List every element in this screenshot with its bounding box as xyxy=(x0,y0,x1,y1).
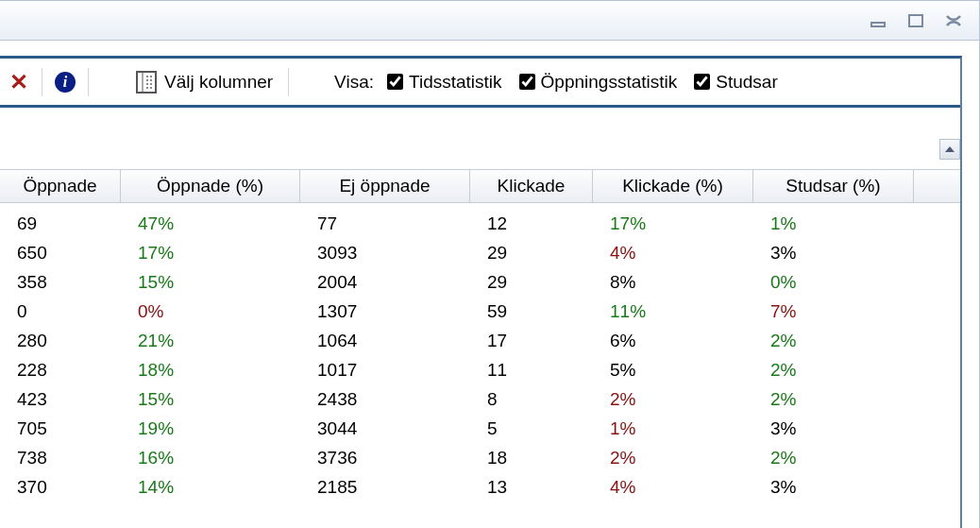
cell-oppnade-pct: 18% xyxy=(121,360,300,381)
cell-ej-oppnade: 77 xyxy=(300,213,470,234)
scroll-up-button[interactable] xyxy=(939,139,960,160)
toolbar: ✕ i Välj kolumner Visa: Tidsstatistik xyxy=(0,59,960,108)
separator xyxy=(88,68,89,96)
svg-rect-1 xyxy=(909,15,922,26)
cell-klickade-pct: 2% xyxy=(593,389,753,410)
svg-rect-0 xyxy=(871,23,885,26)
columns-icon xyxy=(136,71,157,94)
maximize-button[interactable] xyxy=(904,10,930,31)
column-header-ej-oppnade[interactable]: Ej öppnade xyxy=(300,170,470,202)
cell-klickade-pct: 5% xyxy=(593,360,753,381)
content-frame: ✕ i Välj kolumner Visa: Tidsstatistik xyxy=(0,56,962,528)
cell-studsar-pct: 3% xyxy=(753,418,914,439)
table-row[interactable]: 35815%2004298%0% xyxy=(0,267,960,297)
cell-studsar-pct: 2% xyxy=(753,448,914,468)
maximize-icon xyxy=(907,13,926,28)
table-body: 6947%771217%1%65017%3093294%3%35815%2004… xyxy=(0,203,960,502)
info-button[interactable]: i xyxy=(52,69,78,95)
cell-klickade: 29 xyxy=(470,243,593,264)
table-row[interactable]: 42315%243882%2% xyxy=(0,384,960,414)
cell-klickade-pct: 11% xyxy=(593,301,753,322)
cell-oppnade: 738 xyxy=(0,448,121,468)
cell-klickade-pct: 8% xyxy=(593,272,753,293)
column-header-oppnade[interactable]: Öppnade xyxy=(0,170,121,202)
cell-ej-oppnade: 3044 xyxy=(300,418,470,439)
cell-klickade-pct: 4% xyxy=(593,243,753,264)
checkbox-input[interactable] xyxy=(387,74,403,90)
table-row[interactable]: 28021%1064176%2% xyxy=(0,326,960,355)
cell-oppnade: 705 xyxy=(0,418,121,439)
cell-klickade: 59 xyxy=(470,301,593,322)
table-row[interactable]: 6947%771217%1% xyxy=(0,209,960,238)
table-row[interactable]: 22818%1017115%2% xyxy=(0,355,960,384)
cell-klickade: 11 xyxy=(470,360,593,381)
table: Öppnade Öppnade (%) Ej öppnade Klickade … xyxy=(0,139,960,528)
minimize-button[interactable] xyxy=(866,10,892,31)
cell-studsar-pct: 3% xyxy=(753,243,914,264)
column-header-klickade-pct[interactable]: Klickade (%) xyxy=(593,170,753,202)
cell-oppnade: 370 xyxy=(0,477,121,498)
cell-klickade: 18 xyxy=(470,448,593,468)
cell-klickade: 5 xyxy=(470,418,593,439)
column-header-studsar-pct[interactable]: Studsar (%) xyxy=(753,170,914,202)
cell-oppnade: 228 xyxy=(0,360,121,381)
visa-label: Visa: xyxy=(334,72,374,93)
cell-oppnade-pct: 15% xyxy=(121,389,300,410)
cell-oppnade-pct: 47% xyxy=(121,213,300,234)
cell-oppnade: 650 xyxy=(0,243,121,264)
cell-klickade-pct: 2% xyxy=(593,448,753,468)
cell-ej-oppnade: 1017 xyxy=(300,360,470,381)
cell-oppnade: 280 xyxy=(0,331,121,351)
cell-studsar-pct: 2% xyxy=(753,389,914,410)
cell-oppnade-pct: 14% xyxy=(121,477,300,498)
column-header-oppnade-pct[interactable]: Öppnade (%) xyxy=(121,170,300,202)
minimize-icon xyxy=(870,14,888,27)
cell-klickade-pct: 6% xyxy=(593,331,753,351)
checkbox-oppningsstatistik[interactable]: Öppningsstatistik xyxy=(515,72,682,93)
cell-oppnade: 358 xyxy=(0,272,121,293)
cell-studsar-pct: 7% xyxy=(753,301,914,322)
cell-oppnade-pct: 19% xyxy=(121,418,300,439)
cell-klickade: 17 xyxy=(470,331,593,351)
separator xyxy=(42,68,42,96)
cell-ej-oppnade: 3093 xyxy=(300,243,470,264)
checkbox-label: Studsar xyxy=(716,72,777,93)
checkbox-studsar[interactable]: Studsar xyxy=(690,72,781,93)
cell-ej-oppnade: 2438 xyxy=(300,389,470,410)
cell-oppnade-pct: 17% xyxy=(121,243,300,264)
cell-ej-oppnade: 3736 xyxy=(300,448,470,468)
cell-ej-oppnade: 1064 xyxy=(300,331,470,351)
cell-klickade: 8 xyxy=(470,389,593,410)
x-icon: ✕ xyxy=(9,69,28,95)
table-row[interactable]: 73816%3736182%2% xyxy=(0,443,960,472)
checkbox-tidsstatistik[interactable]: Tidsstatistik xyxy=(383,72,506,93)
cell-studsar-pct: 0% xyxy=(753,272,914,293)
table-row[interactable]: 65017%3093294%3% xyxy=(0,238,960,267)
table-row[interactable]: 37014%2185134%3% xyxy=(0,472,960,502)
cell-klickade-pct: 4% xyxy=(593,477,753,498)
table-row[interactable]: 00%13075911%7% xyxy=(0,297,960,326)
delete-button[interactable]: ✕ xyxy=(6,69,32,95)
cell-oppnade: 69 xyxy=(0,213,121,234)
title-bar xyxy=(0,1,979,41)
cell-studsar-pct: 2% xyxy=(753,331,914,351)
cell-oppnade-pct: 15% xyxy=(121,272,300,293)
choose-columns-button[interactable]: Välj kolumner xyxy=(130,71,279,94)
checkbox-input[interactable] xyxy=(694,74,710,90)
close-button[interactable] xyxy=(941,10,968,31)
checkbox-input[interactable] xyxy=(519,74,535,90)
visa-group: Visa: Tidsstatistik Öppningsstatistik St… xyxy=(334,72,782,93)
checkbox-label: Öppningsstatistik xyxy=(541,72,678,93)
info-icon: i xyxy=(55,72,76,93)
window: ✕ i Välj kolumner Visa: Tidsstatistik xyxy=(0,0,980,528)
separator xyxy=(288,68,289,96)
column-header-klickade[interactable]: Klickade xyxy=(470,170,593,202)
cell-studsar-pct: 1% xyxy=(753,213,914,234)
cell-oppnade: 0 xyxy=(0,301,121,322)
table-row[interactable]: 70519%304451%3% xyxy=(0,414,960,443)
cell-klickade: 29 xyxy=(470,272,593,293)
cell-ej-oppnade: 2004 xyxy=(300,272,470,293)
cell-studsar-pct: 2% xyxy=(753,360,914,381)
cell-oppnade-pct: 21% xyxy=(121,331,300,351)
cell-oppnade-pct: 16% xyxy=(121,448,300,468)
